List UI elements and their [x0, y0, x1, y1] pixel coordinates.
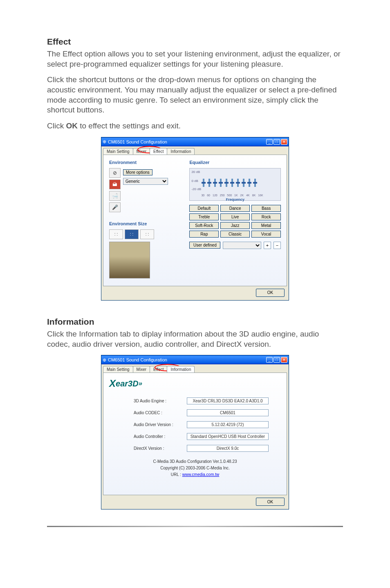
- eq-slider[interactable]: [231, 179, 233, 187]
- preset-classic[interactable]: Classic: [220, 231, 250, 238]
- user-defined-button[interactable]: User defined: [189, 242, 220, 249]
- information-para1: Click the Information tab to diplay info…: [47, 329, 343, 349]
- copyright-block: C-Media 3D Audio Configuration Ver.1.0.4…: [109, 458, 281, 478]
- tab-main-setting[interactable]: Main Setting: [103, 366, 133, 373]
- preset-rap[interactable]: Rap: [189, 231, 219, 238]
- preset-jazz[interactable]: Jazz: [220, 222, 250, 229]
- footer-divider: [47, 526, 343, 527]
- eq-slider[interactable]: [226, 179, 227, 187]
- effect-para2: Click the shortcut buttons or the drop-d…: [47, 75, 343, 115]
- ok-button[interactable]: OK: [256, 498, 285, 506]
- eq-x-label: 8K: [252, 194, 256, 197]
- effect-dialog: ⊕ CM6501 Sound Configuration _ □ ✕ Main …: [101, 137, 289, 301]
- preset-grid: Default Dance Bass Treble Live Rock Soft…: [189, 205, 281, 238]
- preset-treble[interactable]: Treble: [189, 213, 219, 220]
- effect-para1: The Effect option allows you to set your…: [47, 49, 343, 69]
- eq-slider[interactable]: [243, 179, 244, 187]
- info-label-controller: Audio Controller :: [134, 434, 187, 439]
- preset-live[interactable]: Live: [220, 213, 250, 220]
- information-tab-content: Xear3D» 3D Audio Engine : Xear3D CRL3D D…: [103, 373, 287, 495]
- url-label: URL :: [171, 472, 182, 477]
- xear3d-logo: Xear3D»: [109, 378, 142, 389]
- size-large-icon[interactable]: : :: [140, 229, 154, 239]
- info-label-driver: Audio Driver Version :: [134, 422, 187, 427]
- preset-bass[interactable]: Bass: [251, 205, 281, 212]
- window-icon: ⊕: [103, 357, 106, 363]
- tab-effect[interactable]: Effect: [150, 366, 167, 373]
- info-row: Audio CODEC : CM6501: [134, 409, 281, 416]
- preset-rock[interactable]: Rock: [251, 213, 281, 220]
- eq-x-label: 1K: [234, 194, 238, 197]
- env-icon-bath[interactable]: 🛁: [109, 191, 121, 201]
- tab-mixer[interactable]: Mixer: [133, 148, 150, 155]
- info-row: Audio Driver Version : 5.12.02.4219 (72): [134, 421, 281, 428]
- tab-information[interactable]: Information: [167, 366, 195, 373]
- eq-slider[interactable]: [249, 179, 250, 187]
- tab-main-setting[interactable]: Main Setting: [103, 148, 133, 155]
- eq-slider[interactable]: [254, 179, 256, 187]
- tabs: Main Setting Mixer Effect Information: [101, 146, 289, 155]
- info-label-3d-engine: 3D Audio Engine :: [134, 399, 187, 403]
- information-heading: Information: [47, 317, 343, 327]
- info-row: 3D Audio Engine : Xear3D CRL3D DS3D EAX2…: [134, 397, 281, 404]
- user-defined-remove[interactable]: −: [273, 242, 281, 249]
- effect-heading: Effect: [47, 37, 343, 47]
- tab-information[interactable]: Information: [167, 148, 195, 155]
- preset-vocal[interactable]: Vocal: [251, 231, 281, 238]
- tab-mixer[interactable]: Mixer: [133, 366, 150, 373]
- info-row: Audio Controller : Standard OpenHCD USB …: [134, 433, 281, 440]
- room-preview-image: [109, 242, 150, 278]
- minimize-button[interactable]: _: [266, 139, 273, 145]
- eq-x-label: 120: [213, 194, 217, 197]
- window-icon: ⊕: [103, 139, 106, 144]
- env-icon-stage[interactable]: 🎤: [109, 202, 121, 212]
- minimize-button[interactable]: _: [266, 357, 273, 363]
- close-button[interactable]: ✕: [281, 357, 287, 363]
- eq-x-label: 4K: [246, 194, 250, 197]
- info-label-directx: DirectX Version :: [134, 446, 187, 451]
- environment-select[interactable]: Generic: [123, 178, 168, 185]
- info-value-codec: CM6501: [187, 409, 269, 416]
- information-dialog: ⊕ CM6501 Sound Configuration _ □ ✕ Main …: [101, 355, 289, 509]
- preset-metal[interactable]: Metal: [251, 222, 281, 229]
- window-title: CM6501 Sound Configuration: [106, 139, 265, 144]
- eq-x-label: 60: [207, 194, 210, 197]
- info-label-codec: Audio CODEC :: [134, 411, 187, 415]
- size-medium-icon[interactable]: : :: [125, 229, 139, 239]
- copyright-text: Copyright (C) 2003-2006 C-Media Inc.: [109, 465, 281, 471]
- info-value-driver: 5.12.02.4219 (72): [187, 421, 269, 428]
- preset-soft-rock[interactable]: Soft-Rock: [189, 222, 219, 229]
- preset-default[interactable]: Default: [189, 205, 219, 212]
- close-button[interactable]: ✕: [281, 139, 287, 145]
- eq-slider[interactable]: [208, 179, 210, 187]
- frequency-label: Frequency: [193, 197, 277, 202]
- size-small-icon[interactable]: : :: [109, 229, 123, 239]
- env-icon-hall[interactable]: 🏔: [109, 180, 121, 189]
- eq-y-bot: -20 dB: [191, 187, 201, 191]
- eq-slider[interactable]: [214, 179, 216, 187]
- eq-slider[interactable]: [237, 179, 239, 187]
- url-link[interactable]: www.cmedia.com.tw: [182, 472, 220, 477]
- more-options-button[interactable]: More options: [123, 169, 152, 175]
- maximize-button[interactable]: □: [273, 357, 280, 363]
- info-value-3d-engine: Xear3D CRL3D DS3D EAX2.0 A3D1.0: [187, 397, 269, 404]
- eq-x-label: 16K: [258, 194, 263, 197]
- equalizer-title: Equalizer: [189, 160, 281, 165]
- eq-y-mid: 0 dB: [191, 179, 198, 183]
- titlebar: ⊕ CM6501 Sound Configuration _ □ ✕: [101, 355, 289, 364]
- eq-x-label: 500: [227, 194, 232, 197]
- env-icon-none[interactable]: ⊘: [109, 168, 121, 178]
- titlebar: ⊕ CM6501 Sound Configuration _ □ ✕: [101, 137, 289, 146]
- user-defined-select[interactable]: [223, 242, 261, 249]
- config-version: C-Media 3D Audio Configuration Ver.1.0.4…: [109, 458, 281, 465]
- user-defined-add[interactable]: +: [264, 242, 271, 249]
- eq-slider[interactable]: [203, 179, 204, 187]
- eq-slider[interactable]: [220, 179, 222, 187]
- eq-x-label: 2K: [240, 194, 244, 197]
- maximize-button[interactable]: □: [273, 139, 280, 145]
- tab-effect[interactable]: Effect: [150, 148, 167, 155]
- eq-x-label: 250: [220, 194, 225, 197]
- ok-button[interactable]: OK: [256, 289, 285, 297]
- preset-dance[interactable]: Dance: [220, 205, 250, 212]
- eq-y-top: 20 dB: [191, 170, 200, 174]
